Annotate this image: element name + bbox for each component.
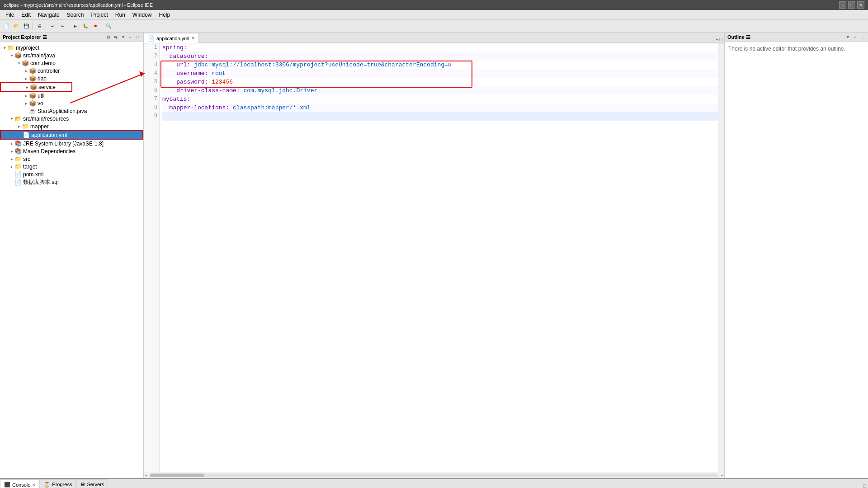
bottom-area: ⬛ Console ✕ ⏳ Progress 🖥 Servers − □ Sta…	[0, 478, 868, 488]
tree-item-src[interactable]: ▸ 📁 src	[0, 155, 143, 163]
servers-tab-label: Servers	[87, 482, 104, 487]
link-editor-button[interactable]: ⇆	[113, 34, 119, 40]
minimize-panel-button[interactable]: −	[127, 34, 133, 40]
stop-button[interactable]: ■	[91, 22, 100, 31]
tree-item-pom-xml[interactable]: ▸ 📄 pom.xml	[0, 170, 143, 178]
scroll-left-btn[interactable]: ◂	[144, 473, 148, 478]
menu-help[interactable]: Help	[156, 11, 174, 19]
tab-close-button[interactable]: ✕	[191, 36, 195, 41]
panel-menu-button[interactable]: ▾	[120, 34, 126, 40]
tree-item-myproject[interactable]: ▾ 📁 myproject	[0, 44, 143, 52]
editor-tabs: 📄 application.yml ✕ − □	[144, 33, 724, 43]
search-toolbar-button[interactable]: 🔍	[104, 22, 113, 31]
expand-arrow: ▸	[9, 149, 14, 154]
editor-vscroll[interactable]	[718, 43, 724, 472]
menu-navigate[interactable]: Navigate	[34, 11, 63, 19]
src-folder-icon: 📦	[14, 52, 22, 59]
console-icon: ⬛	[4, 482, 10, 488]
hscroll-track[interactable]	[150, 474, 718, 477]
maximize-button[interactable]: □	[848, 1, 855, 9]
code-text	[162, 112, 166, 121]
outline-content: There is no active editor that provides …	[725, 42, 868, 56]
editor-tab-application-yml[interactable]: 📄 application.yml ✕	[144, 33, 199, 43]
progress-tab[interactable]: ⏳ Progress	[40, 479, 76, 488]
console-tab-close[interactable]: ✕	[32, 483, 36, 487]
tree-item-dao[interactable]: ▸ 📦 dao	[0, 75, 143, 82]
tree-label: mapper	[30, 123, 49, 130]
bottom-min-btn[interactable]: −	[859, 483, 863, 488]
expand-arrow: ▸	[9, 141, 14, 146]
tree-item-controller[interactable]: ▸ 📦 controller	[0, 67, 143, 75]
outline-min-btn[interactable]: −	[852, 34, 858, 40]
editor-max-btn[interactable]: □	[719, 37, 722, 42]
resources-icon: 📂	[14, 115, 22, 122]
tree-item-util[interactable]: ▸ 📦 util	[0, 92, 143, 99]
outline-max-btn[interactable]: □	[859, 34, 865, 40]
code-value: com.mysql.jdbc.Driver	[243, 86, 317, 95]
expand-arrow: ▾	[9, 117, 14, 121]
editor-min-btn[interactable]: −	[716, 37, 719, 42]
undo-button[interactable]: ↩	[48, 22, 57, 31]
tree-label: Maven Dependencies	[23, 148, 75, 155]
outline-menu-btn[interactable]: ▾	[844, 34, 851, 40]
code-editor[interactable]: spring: datasource: url: jdbc:mysql://lo…	[160, 43, 718, 472]
save-button[interactable]: 💾	[22, 22, 31, 31]
expand-arrow: ▾	[16, 61, 22, 66]
folder-icon: 📁	[14, 163, 22, 170]
outline-panel: Outline ☰ ▾ − □ There is no active edito…	[724, 33, 868, 478]
package-icon: 📦	[29, 92, 36, 99]
tree-item-src-main-resources[interactable]: ▾ 📂 src/main/resources	[0, 115, 143, 122]
tree-item-mapper[interactable]: ▸ 📁 mapper	[0, 122, 143, 130]
print-button[interactable]: 🖨	[35, 22, 44, 31]
title-bar: eclipse - myproject/src/main/resources/a…	[0, 0, 868, 10]
tree-item-maven-deps[interactable]: ▸ 📚 Maven Dependencies	[0, 147, 143, 155]
servers-tab[interactable]: 🖥 Servers	[76, 479, 108, 488]
code-password-value: 123456	[212, 78, 233, 86]
menu-edit[interactable]: Edit	[18, 11, 34, 19]
no-arrow: ▸	[9, 172, 14, 177]
menu-run[interactable]: Run	[112, 11, 129, 19]
tree-label: StartApplication.java	[38, 108, 87, 114]
menu-search[interactable]: Search	[63, 11, 87, 19]
tree-item-jre-library[interactable]: ▸ 📚 JRE System Library [JavaSE-1.8]	[0, 140, 143, 147]
menu-project[interactable]: Project	[87, 11, 111, 19]
tree-item-service[interactable]: ▸ 📦 service	[0, 82, 72, 92]
hscroll-thumb[interactable]	[150, 474, 204, 477]
run-button[interactable]: ▶	[71, 22, 80, 31]
expand-arrow: ▸	[9, 164, 14, 169]
tree-item-application-yml[interactable]: ▸ 📄 application.yml	[0, 130, 143, 140]
code-line-7: mybatis:	[162, 95, 718, 103]
progress-icon: ⏳	[44, 482, 50, 488]
console-tab[interactable]: ⬛ Console ✕	[0, 479, 40, 488]
tree-item-target[interactable]: ▸ 📁 target	[0, 163, 143, 170]
editor-hscroll[interactable]: ◂ ▸	[144, 472, 724, 478]
tree-item-db-sql[interactable]: ▸ 📄 数据库脚本.sql	[0, 178, 143, 187]
collapse-all-button[interactable]: ⊟	[105, 34, 112, 40]
tree-item-vo[interactable]: ▸ 📦 vo	[0, 99, 143, 107]
menu-window[interactable]: Window	[129, 11, 156, 19]
yml-tab-icon: 📄	[148, 35, 155, 42]
code-text: datasource:	[162, 52, 208, 61]
open-button[interactable]: 📂	[12, 22, 21, 31]
tree-item-com-demo[interactable]: ▾ 📦 com.demo	[0, 59, 143, 67]
maximize-panel-button[interactable]: □	[134, 34, 141, 40]
close-button[interactable]: ✕	[857, 1, 864, 9]
new-button[interactable]: 📄	[2, 22, 11, 31]
xml-icon: 📄	[14, 171, 22, 178]
tree-label: service	[38, 84, 56, 90]
debug-button[interactable]: 🐛	[81, 22, 90, 31]
code-key: mapper-locations:	[162, 103, 233, 112]
redo-button[interactable]: ↪	[58, 22, 67, 31]
tree-label: pom.xml	[23, 171, 43, 178]
minimize-button[interactable]: −	[839, 1, 846, 9]
bottom-max-btn[interactable]: □	[863, 483, 866, 488]
menu-file[interactable]: File	[2, 11, 18, 19]
tree-item-start-application[interactable]: ▸ ☕ StartApplication.java	[0, 107, 143, 115]
code-line-5: password: 123456	[162, 78, 718, 86]
tree-label: dao	[38, 75, 47, 82]
project-icon: 📁	[7, 44, 14, 51]
scroll-right-btn[interactable]: ▸	[720, 473, 724, 478]
expand-arrow: ▸	[24, 69, 29, 73]
no-arrow: ▸	[9, 180, 14, 185]
tree-item-src-main-java[interactable]: ▾ 📦 src/main/java	[0, 52, 143, 59]
